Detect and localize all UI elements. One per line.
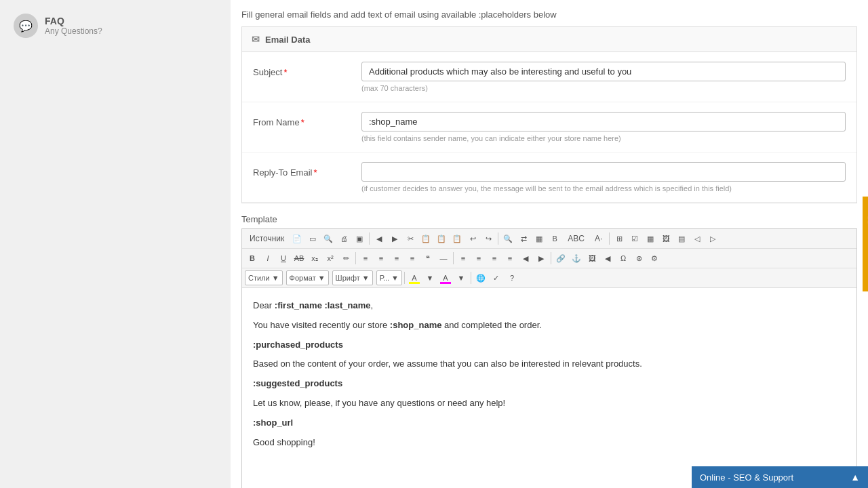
align-center-btn[interactable]: ≡ — [471, 251, 486, 266]
sep5 — [453, 252, 454, 264]
toolbar-find-btn[interactable]: 🔍 — [500, 231, 515, 246]
color-panel-btn[interactable]: ◀ — [600, 251, 615, 266]
reply-to-row: Reply-To Email* (if customer decides to … — [242, 152, 856, 203]
ul-btn[interactable]: ≡ — [374, 251, 389, 266]
online-seo-close-btn[interactable]: ▲ — [850, 472, 860, 483]
online-seo-bar[interactable]: Online - SEO & Support ▲ — [692, 466, 868, 488]
underline-btn[interactable]: U — [276, 251, 291, 266]
subscript-btn[interactable]: x₂ — [307, 251, 322, 266]
toolbar-undo-btn[interactable]: ↩ — [465, 231, 480, 246]
italic-btn[interactable]: I — [260, 251, 275, 266]
format-dropdown[interactable]: Формат ▼ — [286, 270, 329, 285]
editor-line-5: :suggested_products — [253, 377, 846, 391]
toolbar-check-btn[interactable]: ☑ — [627, 231, 642, 246]
reply-to-input[interactable] — [361, 162, 846, 182]
color-fg-btn[interactable]: A — [407, 270, 422, 285]
from-name-label: From Name — [253, 117, 300, 127]
indent-inc-btn[interactable]: ≡ — [405, 251, 420, 266]
subject-required: * — [283, 67, 287, 77]
toolbar-bold2-btn[interactable]: B — [547, 231, 562, 246]
editor-scroll-area: Dear :first_name :last_name, You have vi… — [242, 288, 856, 488]
source-btn[interactable]: Источник — [245, 231, 289, 246]
remove-format-btn[interactable]: ✏ — [338, 251, 353, 266]
source2-btn[interactable]: ⊛ — [631, 251, 646, 266]
blockquote-btn[interactable]: ❝ — [420, 251, 435, 266]
bidi-rtl-btn[interactable]: ▶ — [534, 251, 549, 266]
toolbar-abc-btn[interactable]: ABC — [563, 231, 589, 246]
toolbar-print-btn[interactable]: 🖨 — [336, 231, 351, 246]
toolbar-spell-btn[interactable]: ▣ — [352, 231, 367, 246]
toolbar-back-btn[interactable]: ◀ — [372, 231, 387, 246]
toolbar-table2-btn[interactable]: ▦ — [643, 231, 658, 246]
anchor-btn[interactable]: ⚓ — [569, 251, 584, 266]
help-btn[interactable]: ? — [505, 270, 519, 285]
toolbar-row-2: B I U AB x₂ x² ✏ ≡ ≡ ≡ ≡ ❝ — ≡ ≡ — [242, 249, 856, 268]
toolbar-flash-btn[interactable]: ◁ — [690, 231, 705, 246]
toolbar-redo-btn[interactable]: ↪ — [481, 231, 496, 246]
sep4 — [355, 252, 356, 264]
bidi-ltr-btn[interactable]: ◀ — [518, 251, 533, 266]
color-fg-arrow[interactable]: ▼ — [422, 270, 437, 285]
sidebar-faq-item[interactable]: 💬 FAQ Any Questions? — [0, 7, 231, 45]
divider-btn[interactable]: — — [436, 251, 451, 266]
img2-btn[interactable]: 🖼 — [585, 251, 599, 266]
placeholder-suggested-products: :suggested_products — [253, 378, 342, 388]
toolbar-grid-btn[interactable]: ⊞ — [612, 231, 627, 246]
toolbar-template-btn[interactable]: ▭ — [305, 231, 320, 246]
placeholder-last-name: :last_name — [325, 300, 371, 310]
color-bg-btn[interactable]: A — [438, 270, 453, 285]
sep8 — [471, 272, 471, 284]
toolbar-paste-btn[interactable]: 📋 — [434, 231, 449, 246]
char-btn[interactable]: Ω — [616, 251, 631, 266]
indent-dec-btn[interactable]: ≡ — [389, 251, 404, 266]
editor-line-1: Dear :first_name :last_name, — [253, 299, 846, 313]
instruction-text: Fill general email fields and add text o… — [231, 0, 868, 26]
reply-to-hint: (if customer decides to answer you, the … — [361, 184, 846, 192]
faq-subtitle: Any Questions? — [45, 26, 102, 36]
subject-input[interactable] — [361, 62, 846, 81]
toolbar-row-3: Стили ▼ Формат ▼ Шрифт ▼ Р... ▼ — [242, 268, 856, 288]
sep7 — [404, 272, 405, 284]
toolbar-iframe-btn[interactable]: ▷ — [705, 231, 720, 246]
font-dropdown[interactable]: Шрифт ▼ — [332, 270, 373, 285]
align-justify-btn[interactable]: ≡ — [502, 251, 517, 266]
align-left-btn[interactable]: ≡ — [456, 251, 471, 266]
faq-title: FAQ — [45, 16, 102, 26]
ol-btn[interactable]: ≡ — [358, 251, 373, 266]
font-label: Шрифт — [336, 274, 360, 282]
placeholder-purchased-products: :purchased_products — [253, 340, 343, 350]
editor-line-3: :purchased_products — [253, 338, 846, 352]
toolbar-new-btn[interactable]: 📄 — [290, 231, 304, 246]
strikethrough-btn[interactable]: AB — [292, 251, 307, 266]
toolbar-a-dot-btn[interactable]: A· — [590, 231, 607, 246]
toolbar-copy-btn[interactable]: 📋 — [418, 231, 433, 246]
toolbar-preview-btn[interactable]: 🔍 — [321, 231, 336, 246]
color-bg-arrow[interactable]: ▼ — [454, 270, 469, 285]
email-data-section: ✉ Email Data Subject* (max 70 characters… — [241, 26, 857, 203]
placeholder-first-name: :first_name — [275, 300, 322, 310]
suggest-feature-btn[interactable]: Suggest New Feature — [863, 197, 868, 291]
bold-btn[interactable]: B — [245, 251, 260, 266]
styles-dropdown[interactable]: Стили ▼ — [245, 270, 283, 285]
align-right-btn[interactable]: ≡ — [487, 251, 502, 266]
about-btn[interactable]: ⚙ — [647, 251, 662, 266]
toolbar-replace-btn[interactable]: ⇄ — [516, 231, 531, 246]
editor-line-2: You have visited recently our store :sho… — [253, 319, 846, 333]
toolbar-cut-btn[interactable]: ✂ — [403, 231, 418, 246]
size-dropdown[interactable]: Р... ▼ — [376, 270, 402, 285]
envelope-icon: ✉ — [252, 34, 260, 45]
from-name-input[interactable] — [361, 112, 846, 131]
link-btn[interactable]: 🔗 — [553, 251, 568, 266]
editor-line-6: Let us know, please, if you have any que… — [253, 396, 846, 411]
faq-icon: 💬 — [14, 14, 38, 38]
editor-body[interactable]: Dear :first_name :last_name, You have vi… — [242, 288, 856, 488]
spell-check-btn[interactable]: 🌐 — [473, 270, 488, 285]
toolbar-img-btn[interactable]: 🖼 — [658, 231, 673, 246]
size-label: Р... — [380, 274, 389, 282]
toolbar-table-btn[interactable]: ▦ — [532, 231, 547, 246]
superscript-btn[interactable]: x² — [323, 251, 338, 266]
toolbar-paste-text-btn[interactable]: 📋 — [450, 231, 465, 246]
toolbar-media-btn[interactable]: ▤ — [674, 231, 689, 246]
toolbar-fwd-btn[interactable]: ▶ — [387, 231, 402, 246]
spell2-btn[interactable]: ✓ — [489, 270, 504, 285]
